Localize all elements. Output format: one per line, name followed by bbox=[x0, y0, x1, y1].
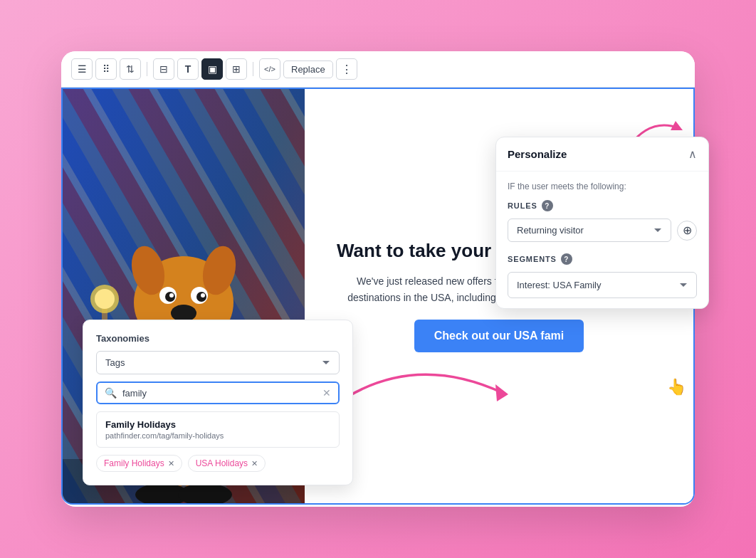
replace-button[interactable]: Replace bbox=[283, 60, 333, 78]
svg-point-16 bbox=[201, 293, 205, 298]
remove-family-tag-button[interactable]: ✕ bbox=[168, 459, 174, 468]
panel-header: Personalize ∧ bbox=[496, 137, 708, 172]
tags-row: Family Holidays ✕ USA Holidays ✕ bbox=[96, 455, 340, 472]
reorder-button[interactable]: ⇅ bbox=[120, 58, 141, 80]
tag-chip-family[interactable]: Family Holidays ✕ bbox=[96, 455, 182, 472]
editor-toolbar: ☰ ⠿ ⇅ ⊟ T ▣ ⊞ </> Replace ⋮ bbox=[61, 51, 695, 88]
main-card: ☰ ⠿ ⇅ ⊟ T ▣ ⊞ </> Replace ⋮ bbox=[61, 51, 695, 507]
remove-usa-tag-button[interactable]: ✕ bbox=[251, 459, 258, 468]
add-rule-button[interactable]: ⊕ bbox=[677, 221, 697, 241]
block-button[interactable]: ▣ bbox=[201, 58, 223, 80]
clear-search-button[interactable]: ✕ bbox=[322, 387, 331, 399]
rules-row: Returning visitor New visitor Logged in … bbox=[508, 219, 697, 242]
tag-usa-label: USA Holidays bbox=[196, 458, 248, 468]
code-button[interactable]: </> bbox=[259, 58, 280, 80]
segments-help-icon[interactable]: ? bbox=[561, 253, 572, 265]
search-input[interactable] bbox=[122, 388, 322, 399]
search-icon: 🔍 bbox=[105, 387, 117, 399]
more-options-button[interactable]: ⋮ bbox=[336, 58, 357, 80]
svg-marker-29 bbox=[671, 121, 683, 130]
taxonomies-select[interactable]: Tags bbox=[96, 351, 340, 374]
cta-button[interactable]: Check out our USA fami bbox=[414, 320, 584, 352]
tag-family-label: Family Holidays bbox=[104, 458, 164, 468]
rules-help-icon[interactable]: ? bbox=[542, 200, 553, 211]
taxonomy-item-url: pathfinder.com/tag/family-holidays bbox=[105, 431, 330, 440]
grid-view-button[interactable]: ⠿ bbox=[95, 58, 117, 80]
search-box: 🔍 ✕ bbox=[96, 381, 340, 404]
panel-body: IF the user meets the following: RULES ?… bbox=[496, 172, 708, 308]
align-button[interactable]: ⊟ bbox=[153, 58, 174, 80]
rules-label: RULES ? bbox=[508, 200, 697, 211]
taxonomy-dropdown-item[interactable]: Family Holidays pathfinder.com/tag/famil… bbox=[96, 411, 340, 448]
panel-if-text: IF the user meets the following: bbox=[508, 181, 697, 191]
divider-2 bbox=[253, 62, 253, 76]
taxonomies-title: Taxonomies bbox=[96, 333, 340, 344]
segments-label: SEGMENTS ? bbox=[508, 253, 697, 265]
panel-title: Personalize bbox=[508, 148, 567, 160]
svg-point-27 bbox=[95, 289, 115, 309]
taxonomies-popup: Taxonomies Tags 🔍 ✕ Family Holidays path… bbox=[83, 320, 353, 485]
personalize-panel: Personalize ∧ IF the user meets the foll… bbox=[495, 137, 709, 309]
text-button[interactable]: T bbox=[177, 58, 199, 80]
segments-select[interactable]: Interest: USA Family Interest: Europe In… bbox=[508, 272, 697, 298]
svg-point-15 bbox=[169, 293, 174, 298]
tag-chip-usa[interactable]: USA Holidays ✕ bbox=[188, 455, 266, 472]
list-view-button[interactable]: ☰ bbox=[71, 58, 93, 80]
divider-1 bbox=[147, 62, 147, 76]
panel-collapse-button[interactable]: ∧ bbox=[688, 147, 697, 161]
rules-select[interactable]: Returning visitor New visitor Logged in bbox=[508, 219, 671, 242]
taxonomy-item-title: Family Holidays bbox=[105, 419, 330, 430]
columns-button[interactable]: ⊞ bbox=[226, 58, 247, 80]
cursor-icon: 👆 bbox=[667, 378, 686, 396]
